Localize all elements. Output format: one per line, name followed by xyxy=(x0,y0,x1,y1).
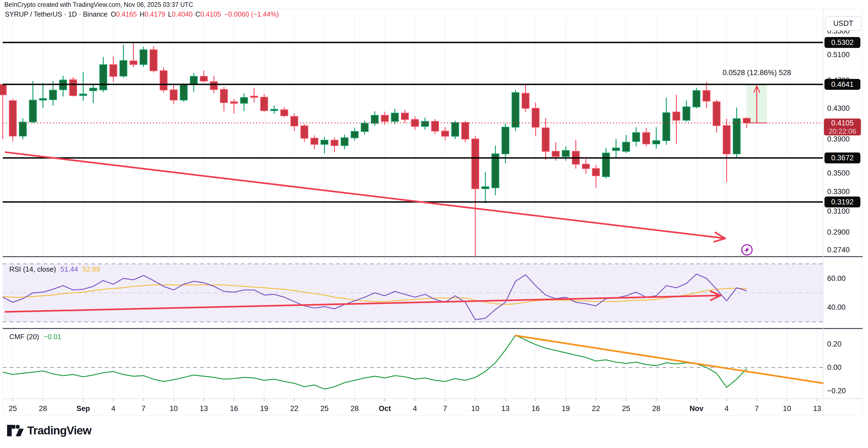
candle xyxy=(180,83,187,102)
candle xyxy=(542,118,549,160)
axis-label: 25 xyxy=(320,405,329,413)
price-level-badge: 0.5302 xyxy=(825,37,860,48)
candle xyxy=(100,57,107,92)
axis-label: 0.00 xyxy=(827,363,842,371)
axis-label: 28 xyxy=(652,405,660,413)
candle xyxy=(331,138,338,152)
axis-label: 0.2900 xyxy=(827,228,850,236)
candle xyxy=(592,165,599,187)
candle xyxy=(733,108,740,157)
candle xyxy=(361,121,368,135)
candle xyxy=(522,84,529,112)
axis-label: 22 xyxy=(592,405,600,413)
axis-label: 0.2740 xyxy=(827,246,850,254)
price-level-badge: 0.3192 xyxy=(825,197,860,207)
ohlc-part: O0.4165 xyxy=(111,10,137,18)
axis-label: 0.4105 xyxy=(831,119,854,127)
price-level-badge: 0.3672 xyxy=(825,152,860,163)
candle xyxy=(39,83,46,108)
candle xyxy=(140,47,147,67)
candle xyxy=(472,136,479,256)
candle xyxy=(80,72,87,101)
axis-label: 25 xyxy=(622,405,630,413)
candle xyxy=(29,81,36,123)
axis-label: 0.5100 xyxy=(827,51,850,59)
candle xyxy=(261,94,268,112)
axis-label: 28 xyxy=(350,405,359,413)
price-level-badge: 0.4641 xyxy=(825,79,860,90)
rsi-panel[interactable] xyxy=(3,264,823,322)
candle xyxy=(220,87,227,111)
candle xyxy=(492,146,499,196)
axis-label: 13 xyxy=(501,405,509,413)
axis-label: 0.20 xyxy=(827,340,842,348)
axis-label: 0.4300 xyxy=(827,104,850,112)
cmf-panel[interactable] xyxy=(3,335,823,389)
axis-label: 0.0528 (12.86%) 528 xyxy=(722,68,791,77)
axis-label: 19 xyxy=(260,405,268,413)
currency-unit-button[interactable]: USDT xyxy=(825,16,862,31)
candle xyxy=(281,107,288,117)
axis-label: 0.3300 xyxy=(827,187,850,196)
cmf-trendline xyxy=(516,336,824,383)
axis-label: 4 xyxy=(111,405,115,413)
cmf-value: −0.01 xyxy=(43,333,62,341)
axis-label: 4 xyxy=(724,405,729,413)
candle xyxy=(150,46,157,72)
axis-label: 10 xyxy=(169,405,178,413)
candle xyxy=(462,121,469,142)
candle xyxy=(643,128,650,146)
candle xyxy=(60,76,67,96)
axis-label: 19 xyxy=(562,405,570,413)
time-axis[interactable]: 2528Sep4710131619222528Oct47101316192225… xyxy=(9,405,821,413)
price-axis[interactable]: 0.55000.51000.47000.43000.39000.35000.33… xyxy=(824,27,861,395)
axis-label: 16 xyxy=(230,405,238,413)
axis-label: 13 xyxy=(200,405,208,413)
symbol-legend[interactable]: SYRUP / TetherUS · 1D · Binance O0.4165H… xyxy=(5,10,279,18)
symbol-title: SYRUP / TetherUS · 1D · Binance xyxy=(5,10,107,18)
axis-label: 16 xyxy=(531,405,539,413)
axis-label: 0.3100 xyxy=(827,207,850,215)
candle xyxy=(442,127,449,140)
candle xyxy=(703,82,710,108)
candle xyxy=(110,57,117,82)
axis-label: 0.3900 xyxy=(827,135,850,143)
lightning-icon[interactable] xyxy=(742,245,752,255)
candle xyxy=(130,42,137,67)
candle xyxy=(311,135,318,149)
axis-label: 22 xyxy=(290,405,299,413)
measure-projection-box[interactable]: 0.0528 (12.86%) 528 xyxy=(722,68,791,123)
ohlc-part: C0.4105 xyxy=(195,10,221,18)
candle xyxy=(613,139,620,157)
axis-label: 25 xyxy=(9,405,17,413)
axis-label: 7 xyxy=(755,405,759,413)
axis-label: −0.20 xyxy=(827,387,846,395)
cmf-legend[interactable]: CMF (20) −0.01 xyxy=(9,333,62,341)
candle xyxy=(70,77,77,96)
candle xyxy=(432,119,439,135)
change-value: −0.0060 (−1.44%) xyxy=(224,10,279,18)
axis-label: 13 xyxy=(813,405,821,413)
candle xyxy=(341,135,348,149)
candle xyxy=(422,118,429,129)
axis-label: Nov xyxy=(689,405,703,413)
axis-label: Oct xyxy=(379,405,391,413)
candle xyxy=(160,67,167,93)
cmf-line xyxy=(3,335,747,389)
candle xyxy=(482,172,489,203)
candle xyxy=(251,88,258,102)
axis-label: 0.3672 xyxy=(831,154,854,162)
axis-label: 10 xyxy=(471,405,479,413)
axis-label: 7 xyxy=(142,405,146,413)
chart-canvas[interactable]: 0.0528 (12.86%) 5280.55000.51000.47000.4… xyxy=(0,0,868,448)
candle xyxy=(241,93,248,111)
candle xyxy=(90,84,97,103)
rsi-legend[interactable]: RSI (14, close) 51.44 52.89 xyxy=(9,265,100,273)
candle xyxy=(723,119,730,182)
candle xyxy=(532,102,539,136)
candle xyxy=(452,121,459,139)
candlestick-series xyxy=(0,42,750,256)
ohlc-part: L0.4040 xyxy=(168,10,192,18)
candle xyxy=(713,100,720,132)
footer-logo[interactable]: TradingView xyxy=(6,423,91,438)
